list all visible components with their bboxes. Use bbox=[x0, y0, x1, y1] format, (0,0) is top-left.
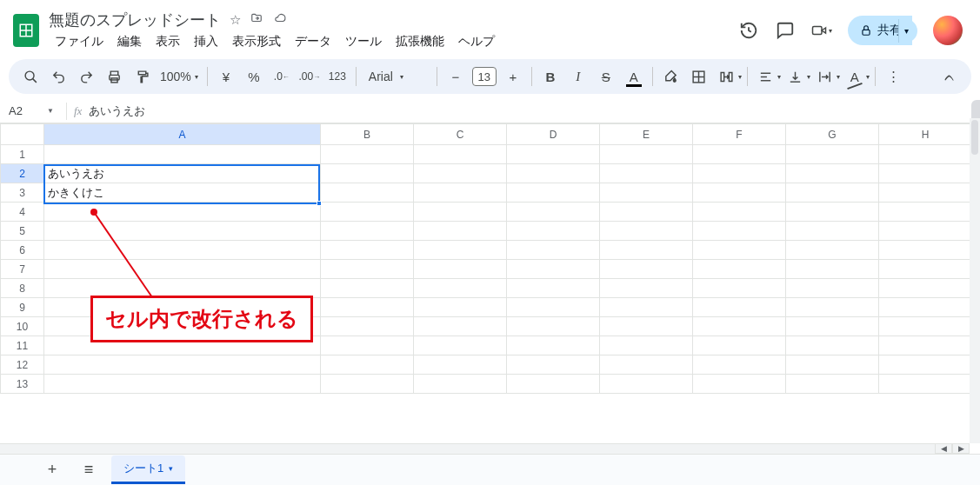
h-align-dropdown-icon[interactable]: ▾ bbox=[777, 73, 781, 81]
cell[interactable] bbox=[879, 183, 972, 203]
row-header[interactable]: 5 bbox=[1, 222, 44, 241]
cell[interactable] bbox=[321, 183, 414, 203]
currency-button[interactable]: ¥ bbox=[213, 63, 239, 90]
cell[interactable] bbox=[507, 241, 600, 260]
vertical-scrollbar[interactable] bbox=[970, 118, 980, 443]
cell[interactable] bbox=[879, 145, 972, 164]
cell[interactable] bbox=[507, 222, 600, 241]
menu-view[interactable]: 表示 bbox=[150, 32, 186, 51]
v-align-dropdown-icon[interactable]: ▾ bbox=[807, 73, 810, 81]
cell[interactable] bbox=[44, 145, 321, 164]
cell[interactable] bbox=[321, 164, 414, 183]
cell[interactable] bbox=[414, 298, 507, 317]
cell[interactable] bbox=[600, 317, 693, 336]
row-header[interactable]: 10 bbox=[1, 317, 44, 336]
horizontal-scrollbar[interactable]: ◀ ▶ bbox=[0, 443, 970, 454]
row-header[interactable]: 4 bbox=[1, 203, 44, 222]
cell[interactable] bbox=[321, 260, 414, 279]
cell[interactable] bbox=[414, 203, 507, 222]
cell[interactable] bbox=[879, 260, 972, 279]
cell[interactable] bbox=[879, 164, 972, 183]
print-icon[interactable] bbox=[101, 63, 127, 90]
col-header-f[interactable]: F bbox=[693, 124, 786, 145]
cell[interactable] bbox=[786, 375, 879, 394]
cell[interactable] bbox=[507, 317, 600, 336]
cell[interactable] bbox=[600, 241, 693, 260]
move-icon[interactable] bbox=[250, 12, 263, 28]
cell[interactable] bbox=[786, 336, 879, 355]
cell[interactable] bbox=[507, 298, 600, 317]
cell[interactable] bbox=[321, 145, 414, 164]
cell[interactable] bbox=[600, 279, 693, 298]
zoom-select[interactable]: 100%▾ bbox=[157, 70, 202, 83]
sheet-tab-menu-icon[interactable]: ▾ bbox=[169, 464, 173, 473]
select-all-corner[interactable] bbox=[1, 124, 44, 145]
cell[interactable] bbox=[600, 260, 693, 279]
font-size-decrease-button[interactable]: − bbox=[443, 63, 469, 90]
number-format-button[interactable]: 123 bbox=[324, 63, 350, 90]
all-sheets-button[interactable]: ≡ bbox=[75, 458, 103, 482]
cell[interactable] bbox=[414, 336, 507, 355]
col-header-a[interactable]: A bbox=[44, 124, 321, 145]
cell[interactable] bbox=[414, 355, 507, 375]
cell[interactable] bbox=[414, 241, 507, 260]
cell[interactable] bbox=[507, 164, 600, 183]
cell[interactable] bbox=[693, 203, 786, 222]
scroll-right-button[interactable]: ▶ bbox=[952, 443, 970, 454]
cell[interactable] bbox=[786, 298, 879, 317]
cell[interactable] bbox=[507, 260, 600, 279]
star-icon[interactable]: ☆ bbox=[230, 12, 241, 28]
bold-button[interactable]: B bbox=[537, 63, 563, 90]
cell[interactable] bbox=[321, 375, 414, 394]
redo-icon[interactable] bbox=[73, 63, 99, 90]
cell[interactable] bbox=[414, 222, 507, 241]
cell[interactable] bbox=[507, 279, 600, 298]
toolbar-more-icon[interactable]: ⋮ bbox=[881, 63, 907, 90]
cell[interactable] bbox=[693, 375, 786, 394]
percent-button[interactable]: % bbox=[241, 63, 267, 90]
paint-format-icon[interactable] bbox=[129, 63, 155, 90]
cell[interactable] bbox=[786, 279, 879, 298]
cell[interactable] bbox=[44, 260, 321, 279]
italic-button[interactable]: I bbox=[565, 63, 591, 90]
cell[interactable] bbox=[693, 241, 786, 260]
cell[interactable] bbox=[44, 203, 321, 222]
row-header[interactable]: 7 bbox=[1, 260, 44, 279]
cell[interactable] bbox=[693, 164, 786, 183]
cell[interactable] bbox=[879, 355, 972, 375]
row-header[interactable]: 11 bbox=[1, 336, 44, 355]
strikethrough-button[interactable]: S bbox=[593, 63, 619, 90]
undo-icon[interactable] bbox=[45, 63, 71, 90]
cell[interactable] bbox=[507, 355, 600, 375]
cell[interactable] bbox=[507, 203, 600, 222]
col-header-c[interactable]: C bbox=[414, 124, 507, 145]
cell[interactable] bbox=[44, 355, 321, 375]
cell[interactable] bbox=[879, 222, 972, 241]
cell[interactable] bbox=[879, 336, 972, 355]
text-color-button[interactable]: A bbox=[621, 63, 647, 90]
cell[interactable] bbox=[414, 164, 507, 183]
cell[interactable] bbox=[693, 260, 786, 279]
cell[interactable] bbox=[786, 317, 879, 336]
menu-format[interactable]: 表示形式 bbox=[226, 32, 287, 51]
col-header-d[interactable]: D bbox=[507, 124, 600, 145]
font-size-increase-button[interactable]: + bbox=[500, 63, 526, 90]
add-sheet-button[interactable]: + bbox=[38, 458, 66, 482]
cell[interactable] bbox=[600, 145, 693, 164]
h-align-button[interactable] bbox=[753, 63, 779, 90]
cell[interactable] bbox=[600, 183, 693, 203]
cell[interactable] bbox=[693, 145, 786, 164]
cell[interactable] bbox=[44, 241, 321, 260]
cell[interactable] bbox=[507, 375, 600, 394]
cell-a3[interactable]: かきくけこ bbox=[44, 183, 321, 203]
rotate-button[interactable]: A bbox=[842, 63, 868, 90]
col-header-h[interactable]: H bbox=[879, 124, 972, 145]
sheets-logo[interactable] bbox=[9, 13, 43, 48]
row-header[interactable]: 8 bbox=[1, 279, 44, 298]
cell[interactable] bbox=[321, 279, 414, 298]
increase-decimal-icon[interactable]: .00→ bbox=[297, 63, 323, 90]
font-select[interactable]: Arial▾ bbox=[362, 70, 431, 83]
cell[interactable] bbox=[507, 145, 600, 164]
formula-input[interactable]: あいうえお bbox=[89, 103, 145, 119]
cell[interactable] bbox=[693, 222, 786, 241]
